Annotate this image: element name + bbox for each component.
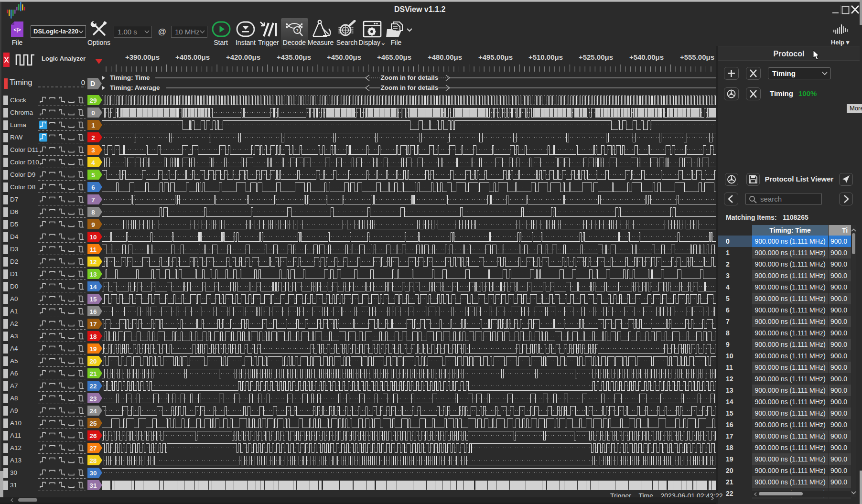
svg-text:+450.00μs: +450.00μs — [327, 53, 361, 61]
svg-text:15: 15 — [89, 296, 97, 303]
svg-text:A3: A3 — [10, 332, 18, 340]
svg-text:25: 25 — [89, 420, 97, 427]
svg-text:16: 16 — [89, 308, 97, 315]
svg-text:+390.00μs: +390.00μs — [125, 53, 160, 61]
svg-text:D3: D3 — [10, 246, 18, 253]
svg-text:19: 19 — [89, 345, 97, 353]
svg-text:A7: A7 — [10, 382, 18, 389]
svg-text:24: 24 — [89, 407, 97, 415]
svg-text:8: 8 — [91, 209, 95, 216]
svg-text:A6: A6 — [10, 370, 18, 377]
svg-text:+540.00μs: +540.00μs — [629, 53, 664, 61]
svg-text:R/W: R/W — [10, 134, 23, 141]
svg-text:+435.00μs: +435.00μs — [277, 53, 311, 61]
svg-text:Zoom in for details: Zoom in for details — [381, 84, 439, 91]
svg-text:A2: A2 — [10, 320, 18, 327]
svg-text:A1: A1 — [10, 308, 18, 315]
svg-text:A10: A10 — [10, 419, 22, 427]
svg-text:29: 29 — [89, 97, 97, 104]
svg-text:31: 31 — [89, 482, 97, 489]
svg-text:31: 31 — [10, 482, 17, 489]
svg-text:27: 27 — [89, 445, 97, 452]
svg-text:D: D — [90, 80, 95, 87]
svg-text:7: 7 — [91, 196, 95, 204]
svg-text:Chroma: Chroma — [10, 109, 33, 116]
svg-text:+510.00μs: +510.00μs — [528, 53, 563, 61]
svg-text:A5: A5 — [10, 357, 18, 365]
svg-text:D1: D1 — [10, 270, 18, 278]
svg-text:D4: D4 — [10, 233, 19, 240]
svg-text:5: 5 — [91, 172, 95, 179]
svg-text:18: 18 — [89, 333, 97, 340]
svg-text:D5: D5 — [10, 221, 18, 228]
svg-text:D6: D6 — [10, 208, 18, 215]
svg-text:Color D9: Color D9 — [10, 171, 35, 178]
svg-text:+555.00μs: +555.00μs — [680, 53, 714, 61]
svg-text:A9: A9 — [10, 407, 18, 414]
svg-text:Clock: Clock — [10, 97, 26, 104]
svg-text:6: 6 — [91, 184, 95, 191]
svg-text:2: 2 — [91, 134, 95, 141]
svg-text:A0: A0 — [10, 295, 18, 302]
svg-text:+465.00μs: +465.00μs — [377, 53, 411, 61]
svg-text:28: 28 — [89, 457, 97, 464]
svg-text:D0: D0 — [10, 283, 18, 290]
svg-text:14: 14 — [89, 283, 97, 290]
svg-text:22: 22 — [89, 383, 97, 390]
svg-text:+420.00μs: +420.00μs — [226, 53, 260, 61]
svg-text:Luma: Luma — [10, 121, 26, 129]
svg-text:+405.00μs: +405.00μs — [175, 53, 210, 61]
svg-text:D7: D7 — [10, 196, 18, 203]
svg-text:A4: A4 — [10, 345, 18, 352]
svg-text:A8: A8 — [10, 395, 18, 402]
svg-text:Color D10: Color D10 — [10, 159, 39, 166]
svg-text:A12: A12 — [10, 444, 22, 451]
svg-text:21: 21 — [89, 370, 97, 377]
svg-text:?: ? — [296, 28, 299, 33]
svg-text:13: 13 — [89, 271, 97, 278]
svg-text:23: 23 — [89, 395, 97, 402]
svg-text:Color D8: Color D8 — [10, 183, 35, 191]
svg-text:1: 1 — [91, 122, 95, 129]
svg-text:3: 3 — [91, 147, 95, 154]
svg-text:10: 10 — [89, 234, 97, 241]
svg-text:30: 30 — [89, 470, 97, 477]
svg-text:Color D11: Color D11 — [10, 146, 39, 153]
svg-text:26: 26 — [89, 432, 97, 440]
svg-text:+480.00μs: +480.00μs — [428, 53, 462, 61]
svg-text:+495.00μs: +495.00μs — [478, 53, 513, 61]
svg-text:30: 30 — [10, 469, 17, 476]
svg-text:12: 12 — [89, 258, 97, 266]
svg-text:0: 0 — [91, 109, 95, 117]
svg-text:Zoom in for details: Zoom in for details — [381, 74, 439, 81]
svg-text:17: 17 — [89, 321, 97, 328]
svg-text:D2: D2 — [10, 258, 18, 265]
svg-text:<|>: <|> — [13, 27, 21, 32]
svg-text:A11: A11 — [10, 432, 21, 439]
svg-text:Timing: Average: Timing: Average — [110, 84, 160, 91]
svg-text:9: 9 — [91, 221, 95, 228]
svg-text:20: 20 — [89, 358, 97, 365]
svg-text:A13: A13 — [10, 457, 22, 464]
svg-text:Timing: Time: Timing: Time — [110, 74, 150, 81]
svg-text:+525.00μs: +525.00μs — [579, 53, 613, 61]
svg-text:4: 4 — [91, 159, 95, 166]
svg-text:11: 11 — [90, 246, 97, 253]
